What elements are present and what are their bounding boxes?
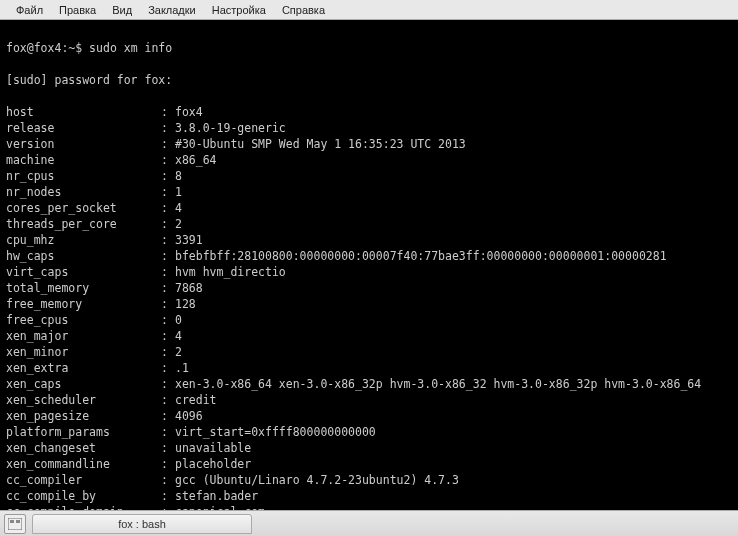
info-value: xen-3.0-x86_64 xen-3.0-x86_32p hvm-3.0-x… (175, 376, 701, 392)
task-button-label: fox : bash (118, 518, 166, 530)
info-key: xen_commandline (6, 456, 161, 472)
info-sep: : (161, 424, 175, 440)
info-value: gcc (Ubuntu/Linaro 4.7.2-23ubuntu2) 4.7.… (175, 472, 459, 488)
info-row: xen_major: 4 (6, 328, 732, 344)
task-button-terminal[interactable]: fox : bash (32, 514, 252, 534)
info-sep: : (161, 184, 175, 200)
svg-rect-1 (10, 520, 14, 523)
info-row: xen_extra: .1 (6, 360, 732, 376)
info-sep: : (161, 472, 175, 488)
info-key: free_cpus (6, 312, 161, 328)
info-row: hw_caps: bfebfbff:28100800:00000000:0000… (6, 248, 732, 264)
info-row: cc_compiler: gcc (Ubuntu/Linaro 4.7.2-23… (6, 472, 732, 488)
info-value: bfebfbff:28100800:00000000:00007f40:77ba… (175, 248, 667, 264)
info-value: 1 (175, 184, 182, 200)
info-key: host (6, 104, 161, 120)
sudo-prompt: [sudo] password for fox: (6, 72, 732, 88)
menu-bookmarks[interactable]: Закладки (140, 2, 204, 18)
info-key: virt_caps (6, 264, 161, 280)
info-key: nr_cpus (6, 168, 161, 184)
show-desktop-button[interactable] (4, 514, 26, 534)
info-row: xen_pagesize: 4096 (6, 408, 732, 424)
info-key: cores_per_socket (6, 200, 161, 216)
info-row: threads_per_core: 2 (6, 216, 732, 232)
info-value: hvm hvm_directio (175, 264, 286, 280)
info-key: cc_compile_by (6, 488, 161, 504)
terminal-output[interactable]: fox@fox4:~$ sudo xm info [sudo] password… (0, 20, 738, 510)
info-key: version (6, 136, 161, 152)
info-sep: : (161, 280, 175, 296)
info-value: credit (175, 392, 217, 408)
info-sep: : (161, 136, 175, 152)
info-row: xen_minor: 2 (6, 344, 732, 360)
info-row: platform_params: virt_start=0xffff800000… (6, 424, 732, 440)
info-row: free_cpus: 0 (6, 312, 732, 328)
info-sep: : (161, 152, 175, 168)
info-key: free_memory (6, 296, 161, 312)
info-value: 2 (175, 216, 182, 232)
info-key: xen_changeset (6, 440, 161, 456)
menu-settings[interactable]: Настройка (204, 2, 274, 18)
info-key: nr_nodes (6, 184, 161, 200)
info-sep: : (161, 120, 175, 136)
info-row: cc_compile_by: stefan.bader (6, 488, 732, 504)
info-row: cpu_mhz: 3391 (6, 232, 732, 248)
info-sep: : (161, 440, 175, 456)
info-row: xen_commandline: placeholder (6, 456, 732, 472)
info-key: xen_scheduler (6, 392, 161, 408)
info-sep: : (161, 200, 175, 216)
info-sep: : (161, 248, 175, 264)
info-row: version: #30-Ubuntu SMP Wed May 1 16:35:… (6, 136, 732, 152)
info-sep: : (161, 104, 175, 120)
info-row: host: fox4 (6, 104, 732, 120)
info-key: cc_compile_domain (6, 504, 161, 510)
info-sep: : (161, 168, 175, 184)
menu-view[interactable]: Вид (104, 2, 140, 18)
info-row: xen_changeset: unavailable (6, 440, 732, 456)
menu-help[interactable]: Справка (274, 2, 333, 18)
info-sep: : (161, 312, 175, 328)
info-value: .1 (175, 360, 189, 376)
command: sudo xm info (89, 41, 172, 55)
info-sep: : (161, 392, 175, 408)
info-row: cores_per_socket: 4 (6, 200, 732, 216)
info-sep: : (161, 360, 175, 376)
info-value: unavailable (175, 440, 251, 456)
info-row: xen_scheduler: credit (6, 392, 732, 408)
info-sep: : (161, 456, 175, 472)
info-row: xen_caps: xen-3.0-x86_64 xen-3.0-x86_32p… (6, 376, 732, 392)
taskbar: fox : bash (0, 510, 738, 536)
info-value: placeholder (175, 456, 251, 472)
info-sep: : (161, 264, 175, 280)
info-key: xen_extra (6, 360, 161, 376)
info-value: 4096 (175, 408, 203, 424)
info-value: canonical.com (175, 504, 265, 510)
info-value: 0 (175, 312, 182, 328)
info-sep: : (161, 504, 175, 510)
menu-edit[interactable]: Правка (51, 2, 104, 18)
info-sep: : (161, 232, 175, 248)
desktop-icon (8, 518, 22, 530)
info-sep: : (161, 296, 175, 312)
info-value: 2 (175, 344, 182, 360)
info-row: free_memory: 128 (6, 296, 732, 312)
info-key: xen_minor (6, 344, 161, 360)
info-value: virt_start=0xffff800000000000 (175, 424, 376, 440)
info-key: total_memory (6, 280, 161, 296)
menu-file[interactable]: Файл (8, 2, 51, 18)
info-value: fox4 (175, 104, 203, 120)
prompt: fox@fox4:~$ (6, 41, 82, 55)
info-sep: : (161, 328, 175, 344)
info-row: virt_caps: hvm hvm_directio (6, 264, 732, 280)
svg-rect-0 (8, 518, 22, 530)
command-line: fox@fox4:~$ sudo xm info (6, 40, 732, 56)
info-sep: : (161, 344, 175, 360)
info-value: 4 (175, 200, 182, 216)
svg-rect-2 (16, 520, 20, 523)
info-key: threads_per_core (6, 216, 161, 232)
info-key: xen_major (6, 328, 161, 344)
info-row: release: 3.8.0-19-generic (6, 120, 732, 136)
info-value: 3.8.0-19-generic (175, 120, 286, 136)
info-value: x86_64 (175, 152, 217, 168)
info-row: nr_nodes: 1 (6, 184, 732, 200)
